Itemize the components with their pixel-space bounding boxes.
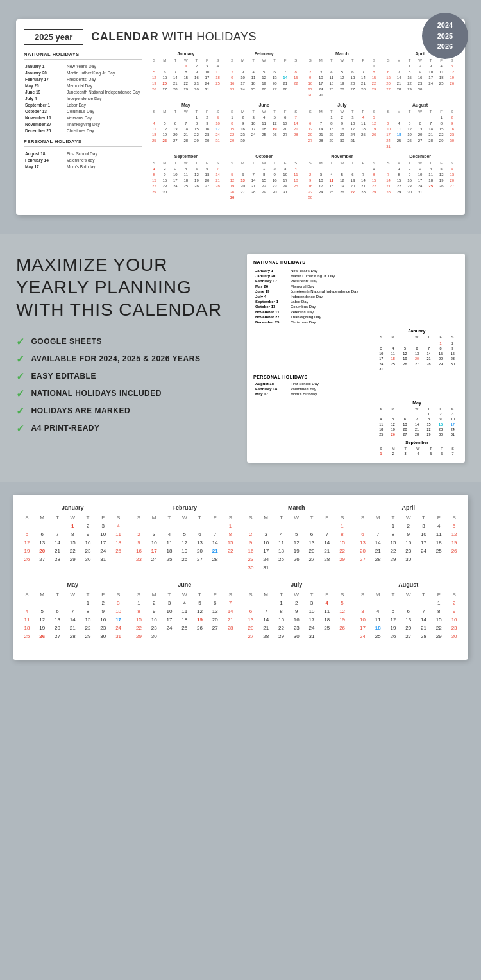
large-month-march: March SMTWTFS 1 2345678 9101112131415 16… <box>243 504 350 572</box>
national-holidays-table: January 1New Year's Day January 20Martin… <box>24 63 142 133</box>
features-list: ✓ GOOGLE SHEETS ✓ AVAILABLE FOR 2024, 20… <box>16 337 234 434</box>
list-item: October 13Columbus Day <box>24 108 142 114</box>
holidays-section: NATIONAL HOLIDAYS January 1New Year's Da… <box>24 51 457 205</box>
feature-label: HOLIDAYS ARE MARKED <box>31 406 131 415</box>
personal-holidays-section: PERSONAL HOLIDAYS August 18First School … <box>24 139 142 169</box>
list-item: May 17Mom's Birthday <box>24 163 142 169</box>
year-badge: 2024 2025 2026 <box>422 13 468 59</box>
section1: 2024 2025 2026 2025 year CALENDAR WITH H… <box>0 0 481 234</box>
national-holidays-section: NATIONAL HOLIDAYS January 1New Year's Da… <box>24 51 142 133</box>
feature-label: NATIONAL HOLIDAYS INCLUDED <box>31 389 162 398</box>
list-item: May 26Memorial Day <box>24 82 142 89</box>
month-march: March SMTWTFS 1 2345678 9101112131415 16… <box>305 51 380 98</box>
list-item: September 1Labor Day <box>24 101 142 108</box>
large-months-row-1: January SMTWTFS 1234 567891011 121314151… <box>19 504 462 572</box>
calendars-grid: January SMTWTFS 1234 567891011 121314151… <box>149 51 457 205</box>
large-month-february: February SMTWTFS 1 2345678 9101112131415… <box>131 504 239 572</box>
section3: January SMTWTFS 1234 567891011 121314151… <box>0 482 481 679</box>
month-january: January SMTWTFS 1234 567891011 121314151… <box>149 51 223 98</box>
month-november: November SMTWTFS 1 2345678 9101112131415… <box>305 154 380 200</box>
check-icon: ✓ <box>16 370 25 383</box>
feature-item: ✓ HOLIDAYS ARE MARKED <box>16 406 234 417</box>
months-row-2: May SMTWTFS 123 45678910 11121314151617 … <box>149 103 457 149</box>
feature-item: ✓ GOOGLE SHEETS <box>16 337 234 348</box>
month-july: July SMTWTFS 12345 6789101112 1314151617… <box>305 103 380 149</box>
list-item: February 14Valentine's day <box>24 157 142 163</box>
calendar-card: 2025 year CALENDAR WITH HOLIDAYS NATIONA… <box>16 19 465 215</box>
list-item: December 25Christmas Day <box>24 127 142 133</box>
large-month-august2: August SMTWTFS 12 3456789 10111213141516… <box>355 581 462 640</box>
month-september: September SMTWTFS 1234567 891011121314 1… <box>149 154 223 200</box>
large-month-july2: July SMTWTFS 12345 6789101112 1314151617… <box>243 581 350 640</box>
preview-card: NATIONAL HOLIDAYS January 1New Year's Da… <box>247 254 465 463</box>
card-main-title: CALENDAR WITH HOLIDAYS <box>91 30 257 44</box>
personal-holidays-table: August 18First School Day February 14Val… <box>24 150 142 169</box>
check-icon: ✓ <box>16 353 25 365</box>
large-calendar-card: January SMTWTFS 1234 567891011 121314151… <box>13 495 468 660</box>
card-header: 2025 year CALENDAR WITH HOLIDAYS <box>24 29 457 45</box>
list-item: July 4Independence Day <box>24 95 142 101</box>
list-item: June 19Juneteenth National Independence … <box>24 89 142 95</box>
list-item: February 17Presidents' Day <box>24 76 142 82</box>
feature-item: ✓ AVAILABLE FOR 2024, 2025 & 2026 YEARS <box>16 354 234 365</box>
check-icon: ✓ <box>16 388 25 400</box>
large-month-june2: June SMTWTFS 1234567 891011121314 151617… <box>131 581 239 640</box>
feature-item: ✓ A4 PRINT-READY <box>16 424 234 434</box>
months-row-1: January SMTWTFS 1234 567891011 121314151… <box>149 51 457 98</box>
year-title: 2025 year <box>24 29 83 45</box>
list-item: November 11Veterans Day <box>24 114 142 121</box>
list-item: January 20Martin Luther King Jr. Day <box>24 69 142 76</box>
check-icon: ✓ <box>16 336 25 348</box>
feature-label: A4 PRINT-READY <box>31 424 100 433</box>
feature-item: ✓ EASY EDITABLE <box>16 372 234 383</box>
list-item: August 18First School Day <box>24 150 142 157</box>
national-holidays-heading: NATIONAL HOLIDAYS <box>24 51 142 60</box>
months-row-3: September SMTWTFS 1234567 891011121314 1… <box>149 154 457 200</box>
month-june: June SMTWTFS 1234567 891011121314 151617… <box>227 103 301 149</box>
section2: MAXIMIZE YOURYEARLY PLANNINGWITH THIS CA… <box>0 234 481 482</box>
large-months-row-2: May SMTWTFS 123 45678910 11121314151617 … <box>19 581 462 640</box>
month-may: May SMTWTFS 123 45678910 11121314151617 … <box>149 103 223 149</box>
marketing-text: MAXIMIZE YOURYEARLY PLANNINGWITH THIS CA… <box>16 254 234 441</box>
list-item: January 1New Year's Day <box>24 63 142 69</box>
personal-holidays-heading: PERSONAL HOLIDAYS <box>24 139 142 147</box>
marketing-heading: MAXIMIZE YOURYEARLY PLANNINGWITH THIS CA… <box>16 254 234 321</box>
large-month-january: January SMTWTFS 1234 567891011 121314151… <box>19 504 126 572</box>
feature-item: ✓ NATIONAL HOLIDAYS INCLUDED <box>16 389 234 400</box>
check-icon: ✓ <box>16 422 25 434</box>
month-august: August SMTWTFS 12 3456789 10111213141516… <box>383 103 457 149</box>
check-icon: ✓ <box>16 405 25 417</box>
month-december: December SMTWTFS 123456 78910111213 1415… <box>383 154 457 200</box>
feature-label: AVAILABLE FOR 2024, 2025 & 2026 YEARS <box>31 354 201 363</box>
feature-label: GOOGLE SHEETS <box>31 337 103 346</box>
feature-label: EASY EDITABLE <box>31 372 96 381</box>
large-month-april: April SMTWTFS 12345 6789101112 131415161… <box>355 504 462 572</box>
large-month-may2: May SMTWTFS 123 45678910 11121314151617 … <box>19 581 126 640</box>
month-february: February SMTWTFS 1 2345678 9101112131415… <box>227 51 301 98</box>
list-item: November 27Thanksgiving Day <box>24 121 142 127</box>
month-october: October SMTWTFS 1234 567891011 121314151… <box>227 154 301 200</box>
holidays-list: NATIONAL HOLIDAYS January 1New Year's Da… <box>24 51 142 205</box>
